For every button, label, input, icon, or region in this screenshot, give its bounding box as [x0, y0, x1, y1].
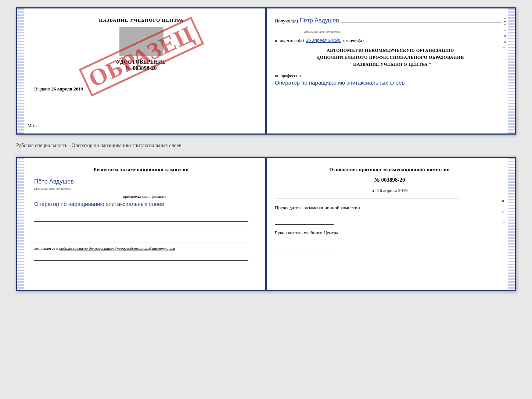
- sig-lines-2: [34, 253, 248, 261]
- resheniem-title: Решением экзаменационной комиссии: [34, 167, 248, 172]
- vydano-prefix: Выдано: [34, 86, 50, 92]
- okoncil-label: окончил(а): [343, 38, 363, 43]
- mp-label: М.П.: [28, 123, 37, 128]
- cert-left-page: НАЗВАНИЕ УЧЕБНОГО ЦЕНТРА УДОСТОВЕРЕНИЕ №…: [17, 8, 266, 133]
- certificate-book: НАЗВАНИЕ УЧЕБНОГО ЦЕНТРА УДОСТОВЕРЕНИЕ №…: [16, 7, 516, 135]
- qual-left-page: Решением экзаменационной комиссии Пётр А…: [17, 158, 266, 290]
- dash-8: –: [504, 57, 506, 61]
- spine-decoration-right: [508, 8, 515, 133]
- qualification-text: Оператор по наращиванию эпитаксиальных с…: [34, 200, 248, 209]
- udost-number: № 003898-20: [126, 65, 157, 71]
- poluchil-name: Пётр Авдушев: [299, 17, 339, 24]
- ot-prefix: от: [371, 188, 376, 193]
- cert-center-title: НАЗВАНИЕ УЧЕБНОГО ЦЕНТРА: [99, 17, 184, 23]
- qual-name: Пётр Авдушев: [34, 178, 74, 185]
- dash-1: –: [504, 16, 506, 20]
- subtitle-line: Рабочая специальность - Оператор по нара…: [16, 140, 516, 151]
- r-dash-5: а: [502, 209, 506, 214]
- r-dash-7: –: [502, 231, 506, 236]
- org-line3: " НАЗВАНИЕ УЧЕБНОГО ЦЕНТРА ": [275, 61, 506, 68]
- photo-placeholder: [119, 27, 163, 56]
- sig-lines: [34, 214, 248, 242]
- qual-right-page: Основание: протокол экзаменационной коми…: [266, 158, 515, 290]
- dash-6: ←: [502, 45, 506, 50]
- prisvoena-label: присвоена квалификация: [34, 194, 255, 199]
- vtom-date: 26 апреля 2019г.: [306, 38, 341, 43]
- dopuskaetsya-block: допускается к работе согласно должностны…: [34, 246, 248, 250]
- spine-decoration-left-2: [17, 158, 24, 290]
- vtom-prefix: в том, что он(а): [275, 38, 304, 43]
- document-container: НАЗВАНИЕ УЧЕБНОГО ЦЕНТРА УДОСТОВЕРЕНИЕ №…: [16, 7, 516, 291]
- rukov-label: Руководитель учебного Центра: [275, 229, 504, 236]
- dopusk-text: работе согласно должностным (производств…: [59, 246, 175, 250]
- org-block: АВТОНОМНУЮ НЕКОММЕРЧЕСКУЮ ОРГАНИЗАЦИЮ ДО…: [275, 47, 506, 68]
- divider-line: [275, 199, 459, 199]
- spine-decoration-right-2: [508, 158, 515, 290]
- r-dash-2: –: [502, 176, 506, 181]
- dash-5: а: [504, 39, 506, 44]
- spine-decoration-left: [17, 8, 24, 133]
- poluchil-prefix: Получил(а): [275, 18, 298, 24]
- fio-label-cert: (фамилия, имя, отчество): [304, 28, 506, 34]
- vtom-line: в том, что он(а) 26 апреля 2019г. окончи…: [275, 38, 506, 43]
- proto-number: № 003898-20: [275, 177, 504, 183]
- sig-line-2: [34, 225, 248, 232]
- qual-right-dashes: – – – и а ← – –: [502, 165, 506, 247]
- sig-line-4: [34, 253, 248, 261]
- proto-date-val: 26 апреля 2019: [377, 188, 408, 193]
- rukov-sig-line: [275, 242, 334, 249]
- r-dash-4: и: [502, 198, 506, 203]
- vydano-line: Выдано 26 апреля 2019: [34, 86, 83, 92]
- org-line2: ДОПОЛНИТЕЛЬНОГО ПРОФЕССИОНАЛЬНОГО ОБРАЗО…: [275, 54, 506, 61]
- poluchil-line: Получил(а) Пётр Авдушев –: [275, 17, 506, 24]
- prof-name: Оператор по наращиванию эпитаксиальных с…: [275, 79, 405, 86]
- qual-fio-label: (фамилия, имя, отчество): [34, 187, 255, 190]
- predsedatel-sig-line: [275, 217, 334, 225]
- r-dash-8: –: [502, 242, 506, 247]
- r-dash-3: –: [502, 187, 506, 192]
- dash-7: –: [504, 51, 506, 56]
- sig-line-3: [34, 235, 248, 242]
- r-dash-1: –: [502, 165, 506, 170]
- dopusk-prefix: допускается к: [34, 246, 58, 250]
- dash-2: –: [504, 22, 506, 26]
- org-line1: АВТОНОМНУЮ НЕКОММЕРЧЕСКУЮ ОРГАНИЗАЦИЮ: [275, 47, 506, 54]
- sig-line-1: [34, 214, 248, 222]
- cert-stamp-area: УДОСТОВЕРЕНИЕ № 003898-20 ОБРАЗЕЦ: [28, 27, 255, 71]
- qualification-book: Решением экзаменационной комиссии Пётр А…: [16, 157, 516, 291]
- predsedatel-label: Председатель экзаменационной комиссии: [275, 204, 504, 211]
- qual-name-line: Пётр Авдушев: [34, 178, 248, 186]
- proto-date: от 26 апреля 2019: [275, 188, 504, 193]
- dash-4: и: [504, 33, 506, 38]
- vydano-date: 26 апреля 2019: [51, 86, 83, 92]
- udost-label: УДОСТОВЕРЕНИЕ: [117, 59, 166, 65]
- cert-right-page: Получил(а) Пётр Авдушев – (фамилия, имя,…: [266, 8, 515, 133]
- osnovanie-title: Основание: протокол экзаменационной коми…: [275, 167, 504, 172]
- dash-3: –: [504, 28, 506, 32]
- prof-label: по профессии Оператор по наращиванию эпи…: [275, 72, 506, 87]
- r-dash-6: ←: [502, 220, 506, 225]
- right-dashes: – – – и а ← – –: [502, 16, 506, 61]
